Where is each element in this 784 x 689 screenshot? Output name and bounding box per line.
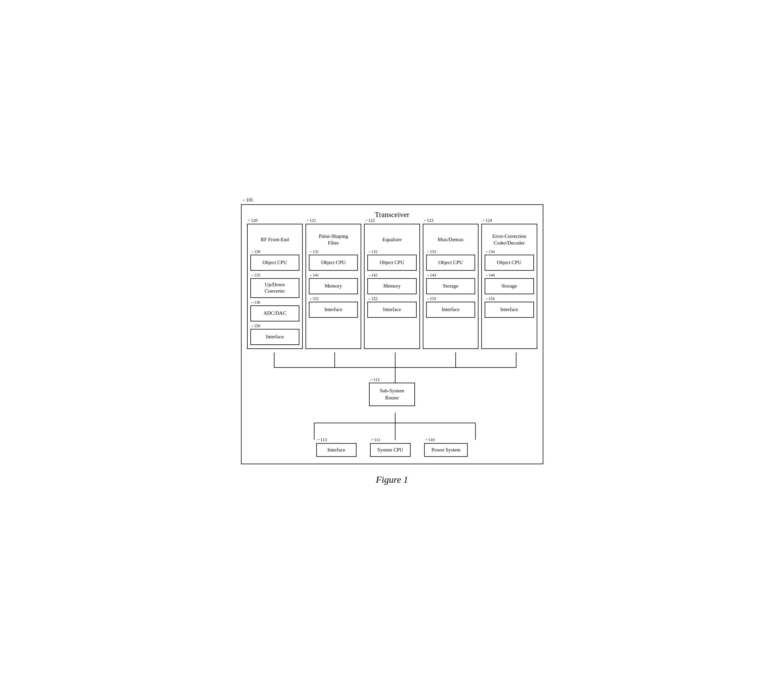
ref-153: 153 xyxy=(427,296,436,302)
router-connections-area xyxy=(247,413,537,440)
module-ec-ref: 124 xyxy=(483,218,492,223)
module-eq-title: Equalizer xyxy=(367,232,417,247)
interface-151: 151 Interface xyxy=(309,302,358,318)
ref-152: 152 xyxy=(369,296,377,302)
system-cpu-label: System CPU xyxy=(377,447,403,452)
interface-153: 153 Interface xyxy=(426,302,475,318)
power-system-box: 110 Power System xyxy=(424,443,468,457)
ref-110: 110 xyxy=(425,437,435,442)
transceiver-ref: 101 xyxy=(243,197,254,203)
ref-111: 111 xyxy=(371,437,380,442)
storage-144: 144 Storage xyxy=(484,278,534,294)
object-cpu-130: 130 Object CPU xyxy=(250,255,300,271)
interface-152: 152 Interface xyxy=(367,302,417,318)
page-container: 101 Transceiver 120 RF Front-End 130 Obj… xyxy=(241,204,544,485)
interface-113-box: 113 Interface xyxy=(316,443,357,457)
module-ec-title: Error-CorrectionCoder/Decoder xyxy=(484,232,534,247)
ref-113: 113 xyxy=(318,437,327,442)
ref-135: 135 xyxy=(252,273,260,278)
ref-136: 136 xyxy=(252,300,260,305)
power-system-label: Power System xyxy=(432,447,460,452)
router-label: Sub-SystemRouter xyxy=(380,388,404,400)
module-pulse-ref: 121 xyxy=(307,218,316,223)
module-mux-title: Mux/Demux xyxy=(426,232,475,247)
ref-142: 142 xyxy=(369,273,377,278)
ref-154: 154 xyxy=(486,296,495,302)
router-row: 112 Sub-SystemRouter xyxy=(247,383,537,406)
ref-133: 133 xyxy=(427,249,436,255)
connections-area xyxy=(247,352,537,383)
ref-131: 131 xyxy=(310,249,319,255)
updown-converter-135: 135 Up/DownConverter xyxy=(250,278,300,298)
ref-141: 141 xyxy=(310,273,319,278)
adcdac-136: 136 ADC/DAC xyxy=(250,305,300,321)
figure-caption: Figure 1 xyxy=(241,474,544,485)
object-cpu-134: 134 Object CPU xyxy=(484,255,534,271)
module-error-correction: 124 Error-CorrectionCoder/Decoder 134 Ob… xyxy=(481,224,537,349)
interface-113-label: Interface xyxy=(327,447,345,452)
connection-lines-svg xyxy=(247,352,537,383)
transceiver-box: 101 Transceiver 120 RF Front-End 130 Obj… xyxy=(241,204,544,464)
memory-142: 142 Memory xyxy=(367,278,417,294)
system-cpu-box: 111 System CPU xyxy=(370,443,411,457)
object-cpu-131: 131 Object CPU xyxy=(309,255,358,271)
router-ref: 112 xyxy=(370,377,379,383)
object-cpu-132: 132 Object CPU xyxy=(367,255,417,271)
module-mux-ref: 123 xyxy=(424,218,433,223)
module-rf-frontend: 120 RF Front-End 130 Object CPU 135 Up/D… xyxy=(247,224,303,349)
bottom-row: 113 Interface 111 System CPU 110 Power S… xyxy=(247,443,537,457)
ref-134: 134 xyxy=(486,249,495,255)
ref-130: 130 xyxy=(252,249,260,255)
ref-151: 151 xyxy=(310,296,319,302)
ref-144: 144 xyxy=(486,273,495,278)
modules-row: 120 RF Front-End 130 Object CPU 135 Up/D… xyxy=(247,224,537,349)
interface-154: 154 Interface xyxy=(484,302,534,318)
router-connection-lines-svg xyxy=(247,413,537,440)
ref-143: 143 xyxy=(427,273,436,278)
module-equalizer: 122 Equalizer 132 Object CPU 142 Memory … xyxy=(364,224,420,349)
ref-150: 150 xyxy=(252,324,260,329)
object-cpu-133: 133 Object CPU xyxy=(426,255,475,271)
interface-150: 150 Interface xyxy=(250,329,300,345)
router-box: 112 Sub-SystemRouter xyxy=(369,383,415,406)
memory-141: 141 Memory xyxy=(309,278,358,294)
module-pulse-shaping: 121 Pulse-ShapingFilter 131 Object CPU 1… xyxy=(305,224,361,349)
module-rf-title: RF Front-End xyxy=(250,232,300,247)
storage-143: 143 Storage xyxy=(426,278,475,294)
module-rf-ref: 120 xyxy=(248,218,258,223)
module-pulse-title: Pulse-ShapingFilter xyxy=(309,232,358,247)
module-mux-demux: 123 Mux/Demux 133 Object CPU 143 Storage… xyxy=(423,224,479,349)
ref-132: 132 xyxy=(369,249,377,255)
transceiver-title: Transceiver xyxy=(247,210,537,219)
module-eq-ref: 122 xyxy=(365,218,375,223)
